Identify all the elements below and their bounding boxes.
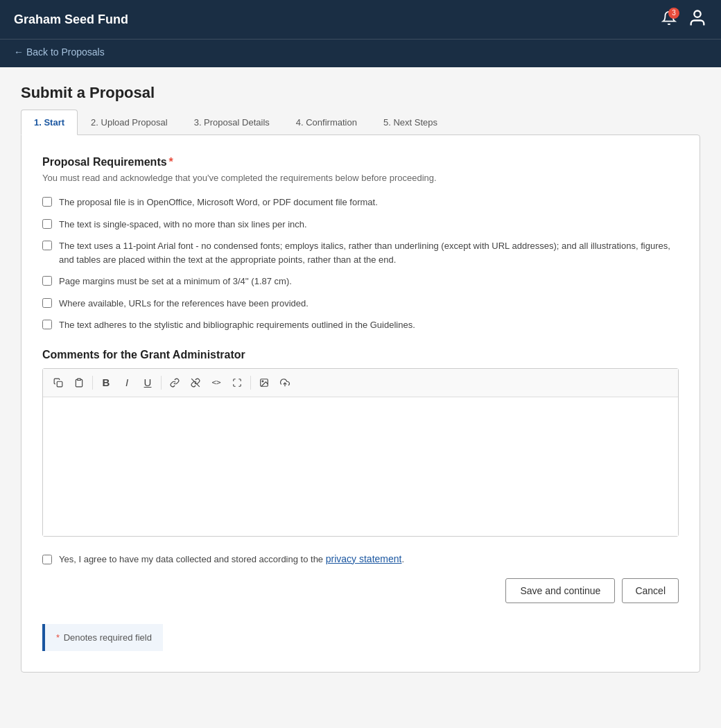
req2-checkbox[interactable] xyxy=(42,219,52,229)
privacy-checkbox[interactable] xyxy=(42,555,52,564)
svg-point-0 xyxy=(694,10,700,17)
req2-label: The text is single-spaced, with no more … xyxy=(59,218,307,232)
required-note-wrapper: * Denotes required field xyxy=(42,624,679,651)
comments-section: Comments for the Grant Administrator B I… xyxy=(42,349,679,537)
toolbar-copy-btn[interactable] xyxy=(49,373,68,392)
toolbar-paste-btn[interactable] xyxy=(69,373,89,392)
req3-checkbox[interactable] xyxy=(42,241,52,250)
tab-confirmation[interactable]: 4. Confirmation xyxy=(283,110,370,135)
requirements-desc: You must read and acknowledge that you'v… xyxy=(42,173,679,183)
back-nav: ← Back to Proposals xyxy=(0,39,721,67)
req5-label: Where available, URLs for the references… xyxy=(59,297,309,311)
requirement-item-3: The text uses a 11-point Arial font - no… xyxy=(42,239,679,266)
toolbar-italic-btn[interactable]: I xyxy=(117,373,137,392)
requirements-title: Proposal Requirements* xyxy=(42,156,679,168)
requirement-item-2: The text is single-spaced, with no more … xyxy=(42,218,679,232)
toolbar-unlink-btn[interactable] xyxy=(186,373,205,392)
header-icons: 3 xyxy=(661,8,707,31)
tabs-wrapper: 1. Start 2. Upload Proposal 3. Proposal … xyxy=(21,109,700,135)
toolbar-code-btn[interactable]: <> xyxy=(207,373,226,392)
notification-badge: 3 xyxy=(668,8,679,19)
privacy-text-before: Yes, I agree to have my data collected a… xyxy=(59,554,326,564)
svg-rect-2 xyxy=(78,379,81,380)
notification-bell[interactable]: 3 xyxy=(661,10,677,29)
svg-point-5 xyxy=(262,381,263,382)
toolbar-bold-btn[interactable]: B xyxy=(96,373,116,392)
privacy-label: Yes, I agree to have my data collected a… xyxy=(59,553,404,564)
back-to-proposals-link[interactable]: ← Back to Proposals xyxy=(14,46,105,58)
requirements-section: Proposal Requirements* You must read and… xyxy=(42,156,679,332)
req6-label: The text adheres to the stylistic and bi… xyxy=(59,318,415,332)
required-note-star: * xyxy=(56,632,60,643)
action-buttons: Save and continue Cancel xyxy=(42,578,679,603)
toolbar-link-btn[interactable] xyxy=(165,373,184,392)
comments-editor[interactable] xyxy=(43,397,678,536)
tab-start[interactable]: 1. Start xyxy=(21,110,78,135)
tab-upload[interactable]: 2. Upload Proposal xyxy=(78,110,181,135)
req5-checkbox[interactable] xyxy=(42,298,52,308)
req1-label: The proposal file is in OpenOffice, Micr… xyxy=(59,196,378,209)
rich-text-editor: B I U <> xyxy=(42,368,679,537)
requirement-item-5: Where available, URLs for the references… xyxy=(42,297,679,311)
tab-bar: 1. Start 2. Upload Proposal 3. Proposal … xyxy=(21,109,700,135)
requirement-item-1: The proposal file is in OpenOffice, Micr… xyxy=(42,196,679,209)
cancel-button[interactable]: Cancel xyxy=(622,578,679,603)
privacy-section: Yes, I agree to have my data collected a… xyxy=(42,553,679,564)
requirement-item-4: Page margins must be set at a minimum of… xyxy=(42,275,679,288)
tab-details[interactable]: 3. Proposal Details xyxy=(181,110,283,135)
user-avatar[interactable] xyxy=(688,8,707,31)
req6-checkbox[interactable] xyxy=(42,320,52,329)
req1-checkbox[interactable] xyxy=(42,197,52,207)
tab-next-steps[interactable]: 5. Next Steps xyxy=(370,110,451,135)
form-card: Proposal Requirements* You must read and… xyxy=(21,135,700,673)
app-header: Graham Seed Fund 3 xyxy=(0,0,721,39)
toolbar-upload-btn[interactable] xyxy=(275,373,295,392)
requirement-item-6: The text adheres to the stylistic and bi… xyxy=(42,318,679,332)
comments-title: Comments for the Grant Administrator xyxy=(42,349,679,361)
req4-checkbox[interactable] xyxy=(42,276,52,286)
required-note-text: Denotes required field xyxy=(61,632,152,643)
toolbar-underline-btn[interactable]: U xyxy=(138,373,157,392)
page-content: Submit a Proposal 1. Start 2. Upload Pro… xyxy=(0,67,721,689)
required-field-note: * Denotes required field xyxy=(42,624,163,651)
privacy-text-after: . xyxy=(401,554,404,564)
req4-label: Page margins must be set at a minimum of… xyxy=(59,275,292,288)
editor-toolbar: B I U <> xyxy=(43,369,678,397)
req3-label: The text uses a 11-point Arial font - no… xyxy=(59,239,679,266)
save-continue-button[interactable]: Save and continue xyxy=(505,578,615,603)
app-title: Graham Seed Fund xyxy=(14,12,128,27)
toolbar-image-btn[interactable] xyxy=(254,373,274,392)
privacy-statement-link[interactable]: privacy statement xyxy=(326,553,402,564)
toolbar-fullscreen-btn[interactable] xyxy=(227,373,247,392)
page-title: Submit a Proposal xyxy=(21,84,700,102)
svg-rect-1 xyxy=(57,381,62,387)
required-star: * xyxy=(169,156,173,168)
